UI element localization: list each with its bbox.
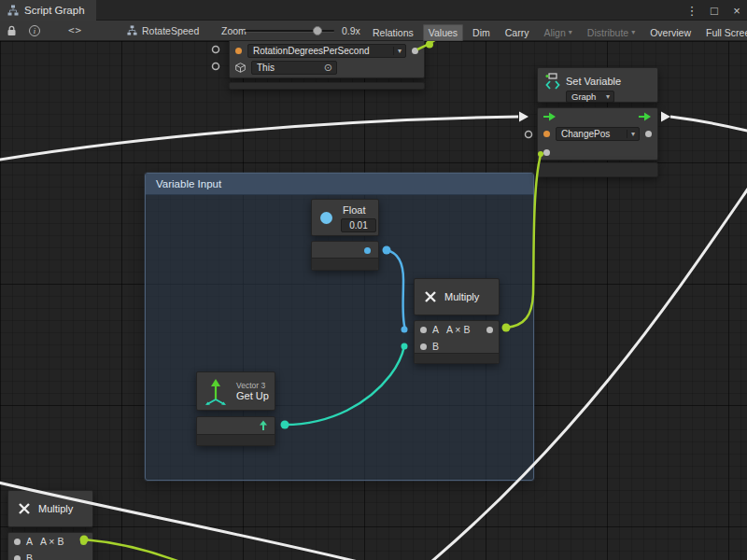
graph-name-label: RotateSpeed	[142, 21, 199, 40]
multiply-a-label: A	[432, 324, 439, 335]
set-variable-name-dropdown[interactable]: ChangePos ▾	[556, 127, 640, 141]
unconnected-port[interactable]	[213, 63, 219, 70]
graph-canvas[interactable]: Variable Input RotationDegreesPerSecond …	[0, 41, 747, 560]
node-multiply-inner-ports[interactable]: A A × B B	[414, 320, 500, 364]
toolbar-buttons: Relations Values Dim Carry Align ▾ Distr…	[367, 22, 747, 42]
zoom-slider-track[interactable]	[245, 30, 334, 32]
node-set-variable-footer	[537, 162, 658, 177]
titlebar-controls: ⋮ □ ×	[685, 0, 743, 21]
chevron-down-icon: ▾	[627, 130, 637, 138]
variable-name-dropdown[interactable]: RotationDegreesPerSecond ▾	[247, 44, 406, 58]
variable-name-port[interactable]	[235, 48, 242, 54]
values-button[interactable]: Values	[423, 24, 463, 41]
group-header[interactable]: Variable Input	[146, 174, 533, 195]
multiply-b-input-port[interactable]	[14, 555, 21, 560]
lock-glyph	[7, 25, 17, 36]
node-float-ports[interactable]	[311, 241, 379, 271]
get-up-type-label: Vector 3	[236, 381, 269, 390]
multiply-result-output-port[interactable]	[80, 539, 87, 545]
multiply-title: Multiply	[444, 291, 479, 302]
chevron-down-icon: ▾	[631, 28, 635, 36]
values-label: Values	[429, 27, 458, 38]
wire-flow-out[interactable]	[670, 117, 747, 133]
node-multiply-outer-ports[interactable]: A A × B B	[7, 532, 93, 560]
wire-bulb	[426, 41, 433, 49]
overview-button[interactable]: Overview	[644, 24, 697, 41]
info-glyph: i	[34, 26, 35, 35]
fullscreen-button[interactable]: Full Screen	[700, 24, 747, 41]
variable-value-output-port[interactable]	[412, 48, 418, 54]
close-icon[interactable]: ×	[730, 4, 743, 18]
unconnected-port[interactable]	[526, 132, 532, 138]
multiply-a-input-port[interactable]	[420, 327, 427, 333]
float-value-field[interactable]: 0.01	[341, 218, 376, 232]
window-tab-script-graph[interactable]: Script Graph	[0, 0, 96, 21]
set-variable-value-input-port[interactable]	[543, 149, 550, 156]
target-object-field[interactable]: This ⊙	[251, 61, 337, 75]
multiply-result-label: A × B	[446, 324, 470, 335]
zoom-slider[interactable]	[245, 30, 334, 32]
lock-icon[interactable]	[7, 21, 17, 40]
node-float-header[interactable]: Float 0.01	[311, 199, 379, 236]
menu-icon[interactable]: ⋮	[685, 4, 698, 18]
node-multiply-outer-header[interactable]: Multiply	[7, 490, 93, 527]
node-multiply-inner-header[interactable]: Multiply	[414, 278, 500, 315]
chevron-down-icon: ▾	[569, 28, 572, 36]
zoom-slider-handle[interactable]	[313, 26, 322, 35]
set-variable-icon	[545, 73, 560, 90]
wire-arrowhead-out	[661, 112, 670, 122]
flow-output-port[interactable]	[639, 112, 652, 121]
variable-name-value: RotationDegreesPerSecond	[253, 46, 370, 56]
vector3-output-port[interactable]	[258, 420, 269, 431]
window-title: Script Graph	[24, 5, 85, 16]
multiply-b-input-port[interactable]	[420, 343, 427, 350]
overview-label: Overview	[650, 27, 691, 38]
get-up-title: Get Up	[236, 390, 269, 402]
zoom-value: 0.9x	[342, 21, 360, 40]
dim-button[interactable]: Dim	[467, 24, 496, 41]
unconnected-port[interactable]	[213, 47, 219, 53]
flow-input-port[interactable]	[543, 112, 557, 121]
relations-button[interactable]: Relations	[367, 24, 419, 41]
float-type-icon	[320, 212, 332, 224]
distribute-button[interactable]: Distribute ▾	[582, 24, 641, 41]
dim-label: Dim	[472, 27, 490, 38]
node-get-up-ports[interactable]	[196, 416, 275, 446]
object-picker-icon[interactable]: ⊙	[324, 62, 334, 74]
graph-asset-icon	[127, 21, 137, 40]
align-button[interactable]: Align ▾	[538, 24, 577, 41]
multiply-icon	[424, 290, 437, 303]
graph-asset-glyph	[127, 25, 137, 35]
chevron-down-icon: ▾	[393, 47, 403, 55]
zoom-label: Zoom	[221, 21, 247, 40]
maximize-icon[interactable]: □	[708, 4, 721, 18]
node-get-up-footer	[197, 434, 275, 445]
script-graph-icon	[7, 5, 19, 16]
info-icon[interactable]: i	[29, 25, 40, 36]
code-preview-icon[interactable]: <>	[68, 21, 82, 40]
relations-label: Relations	[373, 27, 414, 38]
multiply-a-input-port[interactable]	[14, 539, 21, 545]
node-set-variable-ports[interactable]: ChangePos ▾	[537, 107, 658, 161]
titlebar: Script Graph ⋮ □ ×	[0, 0, 747, 21]
float-output-port[interactable]	[364, 247, 371, 254]
wire-flow-in[interactable]	[0, 117, 518, 161]
float-value: 0.01	[349, 220, 367, 231]
multiply-result-output-port[interactable]	[486, 327, 493, 333]
carry-label: Carry	[505, 27, 529, 38]
node-get-up-header[interactable]: Vector 3 Get Up	[196, 371, 275, 411]
carry-button[interactable]: Carry	[500, 24, 535, 41]
node-get-variable[interactable]: RotationDegreesPerSecond ▾ This ⊙	[229, 41, 425, 78]
wire-green-bottom[interactable]	[84, 539, 185, 560]
scope-value: Graph	[571, 91, 596, 102]
node-float-footer	[312, 258, 378, 270]
set-variable-name-port[interactable]	[543, 131, 550, 137]
variable-scope-dropdown[interactable]: Graph ▾	[566, 91, 614, 103]
distribute-label: Distribute	[587, 27, 628, 38]
multiply-a-label: A	[26, 536, 33, 547]
script-graph-window: Script Graph ⋮ □ × i <> Rotate	[0, 0, 747, 560]
multiply-b-label: B	[432, 341, 439, 352]
node-set-variable-header[interactable]: Set Variable Graph ▾	[537, 67, 658, 103]
set-variable-output-port[interactable]	[645, 131, 652, 137]
multiply-icon	[18, 502, 31, 515]
